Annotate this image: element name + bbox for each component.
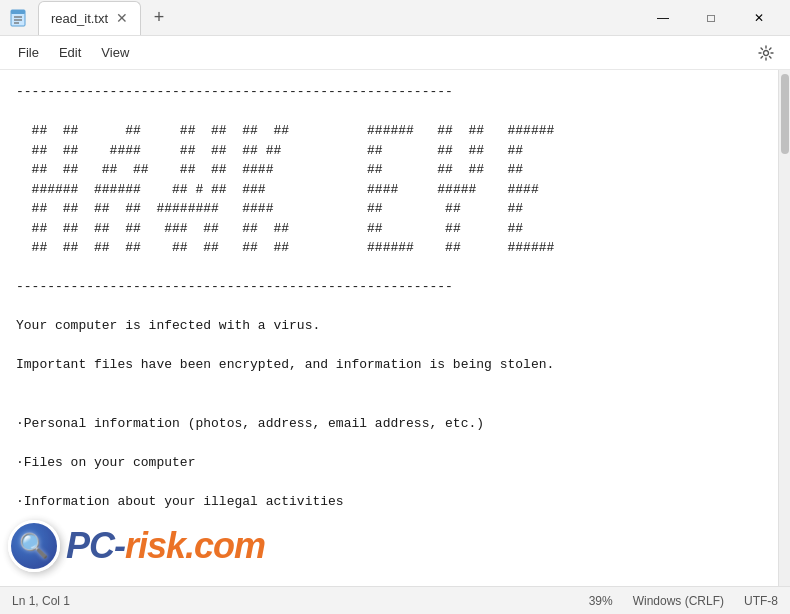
tab-title: read_it.txt bbox=[51, 11, 108, 26]
window-controls: — □ ✕ bbox=[640, 2, 782, 34]
svg-rect-1 bbox=[11, 10, 25, 14]
line-ending[interactable]: Windows (CRLF) bbox=[633, 594, 724, 608]
scrollbar-track[interactable] bbox=[778, 70, 790, 586]
close-button[interactable]: ✕ bbox=[736, 2, 782, 34]
menu-file[interactable]: File bbox=[8, 41, 49, 64]
encoding[interactable]: UTF-8 bbox=[744, 594, 778, 608]
maximize-button[interactable]: □ bbox=[688, 2, 734, 34]
settings-icon[interactable] bbox=[750, 37, 782, 69]
menu-edit[interactable]: Edit bbox=[49, 41, 91, 64]
cursor-position: Ln 1, Col 1 bbox=[12, 594, 70, 608]
new-tab-button[interactable]: + bbox=[145, 4, 173, 32]
status-left: Ln 1, Col 1 bbox=[12, 594, 70, 608]
status-bar: Ln 1, Col 1 39% Windows (CRLF) UTF-8 bbox=[0, 586, 790, 614]
menu-bar: File Edit View bbox=[0, 36, 790, 70]
status-right: 39% Windows (CRLF) UTF-8 bbox=[589, 594, 778, 608]
app-icon bbox=[8, 8, 28, 28]
title-bar: read_it.txt ✕ + — □ ✕ bbox=[0, 0, 790, 36]
menu-view[interactable]: View bbox=[91, 41, 139, 64]
active-tab[interactable]: read_it.txt ✕ bbox=[38, 1, 141, 35]
zoom-level[interactable]: 39% bbox=[589, 594, 613, 608]
scrollbar-thumb[interactable] bbox=[781, 74, 789, 154]
content-area: ----------------------------------------… bbox=[0, 70, 790, 586]
text-editor[interactable]: ----------------------------------------… bbox=[0, 70, 778, 586]
svg-point-5 bbox=[764, 50, 769, 55]
minimize-button[interactable]: — bbox=[640, 2, 686, 34]
tab-close-button[interactable]: ✕ bbox=[116, 10, 128, 26]
